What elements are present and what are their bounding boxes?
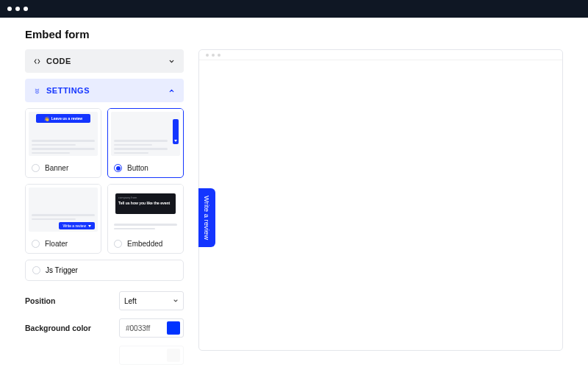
window-dot (7, 7, 12, 11)
accordion-settings-label: SETTINGS (46, 86, 90, 95)
window-dot (15, 7, 20, 11)
bg-color-swatch[interactable] (167, 321, 180, 335)
settings-sidebar: CODE SETTINGS (25, 49, 188, 373)
option-label: Floater (45, 240, 68, 248)
next-color-input[interactable] (119, 346, 184, 365)
accordion-settings-header[interactable]: SETTINGS (25, 79, 184, 102)
code-icon (34, 58, 40, 65)
display-option-js-trigger[interactable]: Js Trigger (25, 260, 184, 281)
thumb-banner: 👋Leave us a review (26, 109, 101, 159)
chevron-down-icon (173, 298, 179, 304)
accordion-code-label: CODE (46, 57, 71, 65)
radio-floater[interactable] (32, 240, 40, 248)
form-preview-pane: Write a review (198, 49, 563, 351)
radio-embedded[interactable] (114, 240, 122, 248)
window-titlebar (0, 0, 588, 18)
accordion-code-header[interactable]: CODE (25, 49, 184, 73)
display-option-button[interactable]: Button (107, 108, 184, 178)
display-option-banner[interactable]: 👋Leave us a review Banner (25, 108, 101, 178)
bg-color-label: Background color (25, 324, 91, 332)
radio-button[interactable] (114, 164, 122, 172)
chevron-up-icon (168, 88, 175, 94)
preview-browser-chrome (199, 50, 562, 60)
bg-color-value: #0033ff (126, 324, 150, 332)
preview-floating-button[interactable]: Write a review (198, 188, 215, 247)
option-label: Banner (45, 164, 68, 172)
option-label: Js Trigger (46, 266, 78, 274)
position-label: Position (25, 296, 55, 305)
chevron-down-icon (168, 58, 175, 65)
display-option-floater[interactable]: Write a review Floater (25, 184, 101, 254)
page-title: Embed form (25, 28, 563, 40)
thumb-floater: Write a review (26, 185, 101, 235)
bg-color-input[interactable]: #0033ff (119, 318, 184, 338)
thumb-button (108, 109, 183, 159)
radio-js-trigger[interactable] (32, 266, 40, 274)
option-label: Embedded (127, 240, 162, 248)
display-option-embedded[interactable]: company fromTell us how you like the eve… (107, 184, 184, 254)
settings-icon (34, 88, 40, 94)
window-dot (24, 7, 28, 11)
position-select[interactable]: Left (119, 291, 184, 310)
radio-banner[interactable] (32, 164, 40, 172)
next-setting-label (25, 351, 27, 360)
thumb-embedded: company fromTell us how you like the eve… (108, 185, 183, 235)
option-label: Button (127, 164, 148, 172)
position-value: Left (124, 297, 137, 305)
